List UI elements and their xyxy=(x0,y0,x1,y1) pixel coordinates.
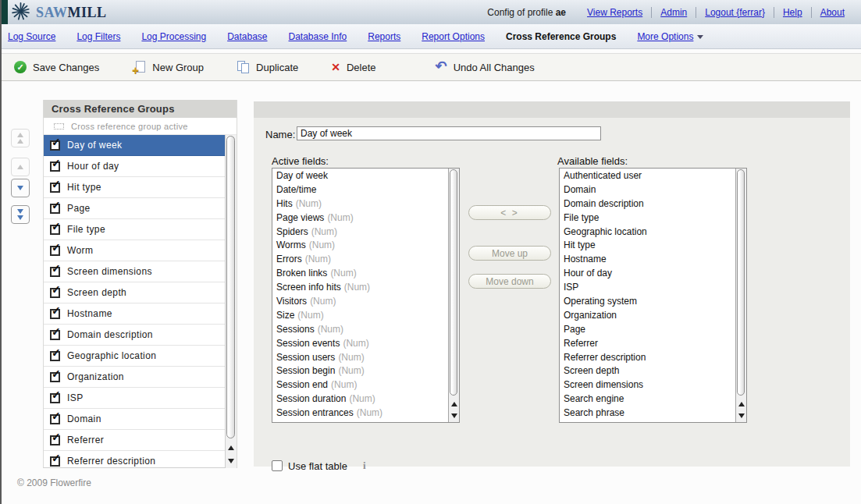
move-field-down-button[interactable]: Move down xyxy=(468,274,551,289)
scrollbar-thumb[interactable] xyxy=(450,169,457,396)
scroll-up-button[interactable] xyxy=(449,398,459,410)
list-item[interactable]: Page xyxy=(44,198,225,219)
group-active-checkbox[interactable] xyxy=(50,204,60,214)
list-item[interactable]: Day of week xyxy=(272,169,448,183)
list-item[interactable]: Organization xyxy=(560,309,735,323)
header-link[interactable]: Help xyxy=(774,7,811,18)
duplicate-button[interactable]: Duplicate xyxy=(237,61,298,73)
list-item[interactable]: Errors(Num) xyxy=(272,253,448,267)
move-down-button[interactable] xyxy=(11,179,30,197)
list-item[interactable]: Session exits(Num) xyxy=(272,421,448,423)
list-item[interactable]: Search engine xyxy=(560,392,735,406)
list-item[interactable]: Date/time xyxy=(272,183,448,197)
save-changes-button[interactable]: Save Changes xyxy=(14,61,99,73)
list-item[interactable]: Domain description xyxy=(44,325,225,346)
list-item[interactable]: Referrer xyxy=(44,430,225,451)
list-item[interactable]: File type xyxy=(44,219,225,240)
new-group-button[interactable]: New Group xyxy=(132,61,204,74)
list-item[interactable]: Session begin(Num) xyxy=(272,364,448,378)
move-to-top-button[interactable] xyxy=(11,129,30,147)
group-active-checkbox[interactable] xyxy=(50,225,60,235)
list-item[interactable]: Worms(Num) xyxy=(272,239,448,253)
nav-link[interactable]: Log Filters xyxy=(76,31,120,42)
group-active-checkbox[interactable] xyxy=(50,414,60,424)
group-active-checkbox[interactable] xyxy=(50,456,60,467)
group-active-checkbox[interactable] xyxy=(50,140,60,151)
nav-link[interactable]: Database xyxy=(227,31,267,42)
group-active-checkbox[interactable] xyxy=(50,246,60,256)
group-active-checkbox[interactable] xyxy=(50,183,60,193)
nav-link[interactable]: Database Info xyxy=(289,31,347,42)
list-item[interactable]: Session end(Num) xyxy=(272,378,448,392)
list-item[interactable]: Referrer xyxy=(560,337,735,351)
group-active-checkbox[interactable] xyxy=(50,288,60,298)
list-item[interactable]: Authenticated user xyxy=(560,169,735,183)
list-item[interactable]: Referrer description xyxy=(44,451,225,468)
use-flat-table-checkbox[interactable] xyxy=(272,460,283,471)
list-item[interactable]: Screen dimensions xyxy=(44,261,225,282)
list-item[interactable]: Hour of day xyxy=(560,267,735,281)
scroll-down-button[interactable] xyxy=(226,454,237,467)
group-active-checkbox[interactable] xyxy=(50,161,60,172)
list-item[interactable]: Screen dimensions xyxy=(560,378,735,392)
move-field-up-button[interactable]: Move up xyxy=(468,246,551,261)
group-list-scrollbar[interactable] xyxy=(225,135,237,468)
list-item[interactable]: Session users(Num) xyxy=(272,351,448,365)
scroll-up-button[interactable] xyxy=(226,441,237,454)
header-link[interactable]: View Reports xyxy=(578,7,651,18)
scroll-up-button[interactable] xyxy=(736,398,746,410)
list-item[interactable]: Organization xyxy=(44,367,225,388)
list-item[interactable]: Sessions(Num) xyxy=(272,323,448,337)
list-item[interactable]: Geographic location xyxy=(560,225,735,240)
name-input[interactable] xyxy=(297,126,601,140)
info-icon[interactable]: i xyxy=(363,460,366,472)
header-link[interactable]: Logout {ferrar} xyxy=(696,7,774,18)
group-active-checkbox[interactable] xyxy=(50,351,60,361)
available-fields-listbox[interactable]: Authenticated user Domain Domain descrip… xyxy=(559,168,747,423)
list-item[interactable]: ISP xyxy=(560,281,735,295)
list-item[interactable]: File type xyxy=(560,211,735,225)
list-item[interactable]: Domain description xyxy=(560,197,735,211)
delete-button[interactable]: Delete xyxy=(331,61,375,73)
scroll-down-button[interactable] xyxy=(449,410,459,421)
list-item[interactable]: Visitors(Num) xyxy=(272,295,448,309)
group-active-checkbox[interactable] xyxy=(50,309,60,319)
available-fields-scrollbar[interactable] xyxy=(735,169,746,422)
active-fields-listbox[interactable]: Day of week Date/time Hits(Num) Page vie… xyxy=(272,168,460,423)
nav-link[interactable]: Reports xyxy=(368,31,400,42)
group-active-checkbox[interactable] xyxy=(50,435,60,445)
list-item[interactable]: Hour of day xyxy=(44,156,225,177)
list-item[interactable]: Broken links(Num) xyxy=(272,267,448,281)
list-item[interactable]: ISP xyxy=(44,388,225,409)
list-item[interactable]: Session duration(Num) xyxy=(272,392,448,406)
header-link[interactable]: About xyxy=(811,7,853,18)
group-active-checkbox[interactable] xyxy=(50,372,60,382)
nav-link[interactable]: Log Processing xyxy=(141,31,206,42)
active-fields-scrollbar[interactable] xyxy=(448,169,459,422)
list-item[interactable]: Hostname xyxy=(560,253,735,267)
list-item[interactable]: Page xyxy=(560,323,735,337)
list-item[interactable]: Referrer description xyxy=(560,351,735,365)
move-to-bottom-button[interactable] xyxy=(11,205,30,224)
list-item[interactable]: Hits(Num) xyxy=(272,197,448,211)
list-item[interactable]: Search phrase xyxy=(560,406,735,421)
more-options-menu[interactable]: More Options xyxy=(637,31,703,42)
list-item[interactable]: Session events(Num) xyxy=(272,337,448,351)
header-link[interactable]: Admin xyxy=(651,7,696,18)
list-item[interactable]: Screen info hits(Num) xyxy=(272,281,448,295)
list-item[interactable]: Hit type xyxy=(560,239,735,253)
list-item[interactable]: Domain xyxy=(560,183,735,197)
list-item[interactable]: Geographic location xyxy=(44,346,225,367)
nav-link[interactable]: Report Options xyxy=(422,31,485,42)
group-active-checkbox[interactable] xyxy=(50,330,60,340)
list-item[interactable]: Size(Num) xyxy=(272,309,448,323)
scroll-down-button[interactable] xyxy=(736,410,746,421)
list-item[interactable]: Screen depth xyxy=(44,282,225,303)
more-options-link[interactable]: More Options xyxy=(637,31,693,42)
scrollbar-thumb[interactable] xyxy=(737,169,745,396)
list-item[interactable]: Page views(Num) xyxy=(272,211,448,225)
list-item[interactable]: Screen depth xyxy=(560,364,735,378)
scrollbar-thumb[interactable] xyxy=(226,136,235,438)
list-item[interactable]: Spiders(Num) xyxy=(272,225,448,240)
undo-all-changes-button[interactable]: Undo All Changes xyxy=(436,61,535,73)
